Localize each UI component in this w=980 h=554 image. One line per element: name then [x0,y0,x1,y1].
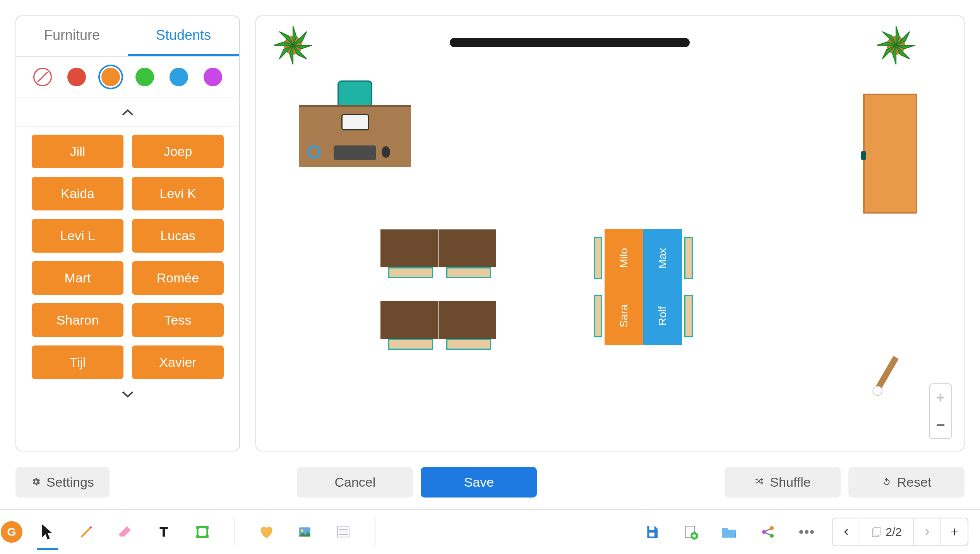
page-add-button[interactable] [941,518,968,545]
page-navigation: 2/2 [832,518,968,546]
empty-desk[interactable] [438,229,496,268]
app-badge[interactable]: G [1,521,22,543]
color-orange[interactable] [101,68,120,86]
student-chip[interactable]: Tijl [32,345,123,379]
page-count-text: 2/2 [886,525,902,539]
seat-student-name: Milo [618,248,630,268]
mouse-icon [382,146,390,158]
student-chip[interactable]: Jill [32,135,123,168]
seated-desk-group[interactable]: Milo Max Sara Rolf [605,229,682,345]
add-page-icon[interactable] [677,518,704,545]
folder-icon[interactable] [716,518,743,545]
cabinet[interactable] [863,94,917,214]
magnifier-icon [307,145,320,159]
select-tool-icon[interactable] [34,518,61,545]
color-green[interactable] [135,68,154,86]
teacher-desk-surface [299,105,411,167]
toolbar-divider [234,518,235,545]
empty-desk[interactable] [438,301,496,339]
monitor-icon [341,114,369,130]
reset-button[interactable]: Reset [848,467,965,498]
student-chip[interactable]: Romée [132,261,224,295]
image-icon[interactable] [291,518,318,545]
seated-desk[interactable]: Sara [605,287,643,345]
zoom-in-button[interactable]: + [930,384,951,411]
svg-point-24 [810,530,814,534]
shuffle-label: Shuffle [770,475,810,490]
plant-icon[interactable] [272,24,314,67]
chair-icon [594,295,602,337]
seat-student-name: Sara [618,304,630,327]
cancel-button[interactable]: Cancel [297,467,413,498]
pages-icon [872,527,881,537]
pencil-tool-icon[interactable] [73,518,100,545]
empty-desk[interactable] [380,301,438,339]
gear-icon [31,475,41,490]
student-chip[interactable]: Kaida [32,177,123,210]
text-tool-icon[interactable] [150,518,177,545]
page-next-button[interactable] [913,518,941,545]
student-chip[interactable]: Xavier [132,345,224,379]
color-purple[interactable] [204,68,222,86]
student-chip[interactable]: Levi K [132,177,224,210]
bottom-toolbar: G 2/2 [0,509,980,554]
seated-desk[interactable]: Milo [605,229,643,287]
color-blue[interactable] [170,68,188,86]
svg-rect-13 [649,526,654,530]
svg-line-21 [766,533,771,535]
color-red[interactable] [67,68,86,86]
color-filter-row [16,57,239,97]
student-chip[interactable]: Joep [132,135,224,168]
shuffle-button[interactable]: Shuffle [725,467,841,498]
settings-button[interactable]: Settings [15,467,110,498]
shape-tool-icon[interactable] [189,518,216,545]
student-chip[interactable]: Tess [132,303,224,337]
share-icon[interactable] [754,518,781,545]
student-chip[interactable]: Mart [32,261,123,295]
desk-pair[interactable] [380,301,496,339]
save-disk-icon[interactable] [638,518,665,545]
student-chip[interactable]: Sharon [32,303,123,337]
toolbar-divider [375,518,375,545]
empty-desk[interactable] [380,229,438,268]
floorplan-canvas[interactable]: Milo Max Sara Rolf + − [255,15,965,451]
student-chip[interactable]: Levi L [32,219,123,253]
teacher-desk[interactable] [299,101,411,167]
lines-icon[interactable] [330,518,357,545]
seated-desk[interactable]: Rolf [643,287,682,345]
zoom-out-button[interactable]: − [930,411,951,438]
seated-desk[interactable]: Max [643,229,682,287]
student-chip[interactable]: Lucas [132,219,224,253]
more-icon[interactable] [793,518,820,545]
svg-point-23 [805,530,809,534]
settings-label: Settings [46,475,94,490]
shuffle-icon [754,475,764,490]
students-sidebar: Furniture Students Jill Joep Kaida Levi … [15,15,240,451]
save-button[interactable]: Save [421,467,537,498]
svg-rect-4 [206,526,209,529]
page-indicator: 2/2 [860,518,913,545]
eraser-tool-icon[interactable] [111,518,139,545]
color-none[interactable] [33,68,52,86]
reset-label: Reset [897,475,932,490]
pointer-stick[interactable] [874,356,899,393]
plant-icon[interactable] [875,24,917,67]
chair-icon [684,295,693,337]
action-bar: Settings Cancel Save Shuffle Reset [0,467,980,509]
whiteboard[interactable] [450,38,690,47]
svg-point-8 [301,529,303,532]
svg-rect-6 [206,535,209,538]
cabinet-handle-icon [861,151,866,160]
scroll-down-icon[interactable] [16,379,239,408]
chair-icon [684,237,693,279]
scroll-up-icon[interactable] [16,97,239,127]
page-prev-button[interactable] [833,518,860,545]
tab-students[interactable]: Students [128,16,239,56]
tab-furniture[interactable]: Furniture [16,16,128,56]
chair-icon [594,237,602,279]
heart-icon[interactable] [252,518,279,545]
svg-rect-26 [874,527,880,535]
svg-point-22 [799,530,803,534]
desk-pair[interactable] [380,229,496,268]
svg-rect-14 [649,533,654,537]
